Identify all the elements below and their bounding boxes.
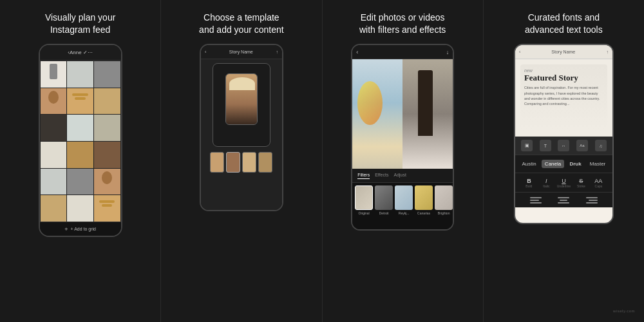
panel2-title: Choose a templateand add your content	[199, 12, 284, 36]
align-line	[586, 197, 598, 198]
template-thumb[interactable]	[210, 152, 224, 173]
grid-cell	[67, 115, 93, 141]
font-austin[interactable]: Austin	[518, 160, 539, 168]
grid-cell	[67, 169, 93, 195]
filter-canarias[interactable]: Canarias	[415, 185, 433, 215]
filter-thumb	[395, 185, 413, 210]
phone-frame-4: ‹ Story Name ↑ new Featured Story Cities…	[514, 44, 614, 224]
grid-cell	[67, 88, 93, 115]
profile-name: Anne ✓	[70, 50, 88, 55]
align-line	[530, 200, 539, 201]
tool-music[interactable]: ♫	[595, 140, 607, 151]
editor-photo-area	[352, 59, 453, 169]
phone3-header: ‹ ↓	[352, 45, 453, 59]
plus-icon: +	[64, 226, 68, 232]
grid-cell	[94, 195, 120, 222]
caps-button[interactable]: AA	[591, 178, 605, 184]
tool-font-size[interactable]: Aa	[576, 140, 588, 151]
grid-cell	[67, 195, 93, 222]
strike-label: Strike	[577, 184, 585, 188]
panel-template: Choose a templateand add your content ‹ …	[161, 0, 322, 322]
editor-tabs: Filters Effects Adjust	[352, 169, 453, 183]
italic-label: Italic	[543, 184, 549, 188]
template-person-photo	[226, 74, 257, 124]
watermark: wisely.com	[613, 309, 635, 313]
bold-button[interactable]: B	[522, 178, 536, 184]
font-master[interactable]: Master	[587, 160, 609, 168]
grid-cell	[41, 169, 67, 195]
grid-cell	[94, 142, 120, 168]
template-thumb[interactable]	[258, 152, 272, 173]
align-right-button[interactable]	[586, 197, 598, 204]
panel1-title: Visually plan yourInstagram feed	[45, 12, 115, 36]
align-left-button[interactable]	[530, 197, 542, 204]
panel-instagram-feed: Visually plan yourInstagram feed ‹ Anne …	[0, 0, 161, 322]
font-canela[interactable]: Canela	[542, 160, 564, 168]
fmt-caps[interactable]: AA Caps	[591, 178, 605, 188]
add-to-grid-footer[interactable]: + + Add to grid	[40, 222, 121, 236]
grid-cell	[94, 88, 120, 115]
font-druk[interactable]: Druk	[566, 160, 584, 168]
filter-thumb	[375, 185, 393, 210]
filter-label: Brighton	[438, 211, 450, 215]
grid-cell	[94, 115, 120, 141]
story-name-4: Story Name	[551, 50, 575, 54]
align-line	[558, 202, 569, 204]
align-line	[586, 202, 598, 204]
tab-filters[interactable]: Filters	[357, 173, 370, 179]
filter-label: Reykj...	[399, 211, 410, 215]
align-line	[530, 202, 542, 204]
photo-left	[352, 59, 402, 169]
filter-thumb	[415, 185, 433, 210]
footer-label: + Add to grid	[71, 227, 97, 231]
tool-layout[interactable]: ▣	[521, 140, 533, 151]
filter-reykj[interactable]: Reykj...	[395, 185, 413, 215]
fmt-bold[interactable]: B Bold	[522, 178, 536, 188]
share-icon-4: ↑	[606, 50, 609, 54]
back-arrow-3: ‹	[356, 49, 358, 55]
more-icon: ⋯	[88, 50, 93, 55]
template-thumb-active[interactable]	[226, 152, 240, 173]
fmt-italic[interactable]: I Italic	[539, 178, 553, 188]
phone-frame-1: ‹ Anne ✓ ⋯	[39, 44, 122, 237]
font-selector-row: Austin Canela Druk Master	[515, 155, 612, 173]
phone-frame-3: ‹ ↓ Filters Effects Adjust Original Det	[351, 44, 454, 231]
phone4-header: ‹ Story Name ↑	[515, 45, 612, 59]
filter-thumb	[435, 185, 453, 210]
story-headline: Featured Story	[524, 73, 603, 82]
filter-thumb	[355, 185, 373, 210]
caps-label: Caps	[595, 184, 603, 188]
underline-label: Underline	[557, 184, 571, 188]
story-body: Cities are full of inspiration. For my m…	[524, 85, 603, 106]
grid-cell	[41, 88, 67, 115]
filter-label: Original	[359, 211, 370, 215]
tab-adjust[interactable]: Adjust	[393, 173, 406, 178]
grid-cell	[94, 61, 120, 88]
fmt-strike[interactable]: S Strike	[574, 178, 588, 188]
tool-resize[interactable]: ↔	[558, 140, 569, 151]
filter-label: Canarias	[417, 211, 430, 215]
panel-editor: Edit photos or videoswith filters and ef…	[323, 0, 484, 322]
fmt-underline[interactable]: U Underline	[556, 178, 571, 188]
align-row	[515, 192, 612, 207]
filter-detroit[interactable]: Detroit	[375, 185, 393, 215]
align-line	[560, 200, 567, 201]
template-thumb[interactable]	[242, 152, 256, 173]
strike-button[interactable]: S	[574, 178, 588, 184]
grid-cell	[41, 115, 67, 141]
bold-label: Bold	[526, 184, 532, 188]
underline-button[interactable]: U	[556, 178, 571, 184]
italic-button[interactable]: I	[539, 178, 553, 184]
tool-text[interactable]: T	[540, 140, 551, 151]
filter-brighton[interactable]: Brighton	[435, 185, 453, 215]
format-row: B Bold I Italic U Underline S Strike AA	[515, 173, 612, 192]
align-line	[558, 197, 569, 198]
filter-label: Detroit	[379, 211, 389, 215]
phone2-content	[201, 59, 282, 210]
align-center-button[interactable]	[558, 197, 569, 204]
story-tag: new	[524, 68, 603, 73]
template-main	[213, 63, 270, 147]
tab-effects[interactable]: Effects	[375, 173, 388, 178]
toolbar-row1: ▣ T ↔ Aa ♫	[515, 137, 612, 155]
filter-original[interactable]: Original	[355, 185, 373, 215]
